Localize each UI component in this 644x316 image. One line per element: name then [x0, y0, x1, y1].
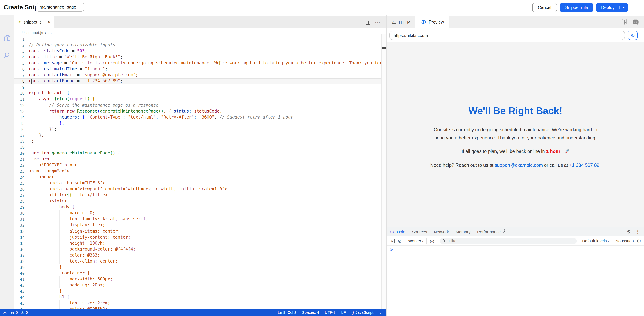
notifications-bell-icon[interactable]: [379, 310, 383, 315]
code-line[interactable]: 31 font-family: Arial, sans-serif;: [14, 216, 381, 222]
line-number: 38: [14, 258, 29, 264]
preview-pane-icons: [621, 17, 644, 29]
code-line[interactable]: 4const title = "We'll Be Right Back!";: [14, 54, 381, 60]
eol-setting[interactable]: LF: [341, 310, 346, 314]
tab-snippet-js[interactable]: JS snippet.js ×: [14, 17, 54, 29]
devtools-tab-sources[interactable]: Sources: [409, 227, 430, 236]
code-line[interactable]: 35 height: 100vh;: [14, 240, 381, 246]
code-line[interactable]: 39 }: [14, 264, 381, 270]
code-line[interactable]: 12 // Serve the maintenance page as a re…: [14, 102, 381, 108]
code-line[interactable]: 34 justify-content: center;: [14, 234, 381, 240]
code-line[interactable]: 13 return new Response(generateMaintenan…: [14, 108, 381, 114]
encoding-setting[interactable]: UTF-8: [325, 310, 336, 314]
snippet-name-input[interactable]: [36, 3, 84, 12]
code-line[interactable]: 37 color: #333;: [14, 252, 381, 258]
code-line[interactable]: 9: [14, 84, 381, 90]
devtools-tab-performance[interactable]: Performance: [474, 227, 510, 236]
editor-scrollbar[interactable]: [381, 35, 386, 309]
code-line[interactable]: 43 }: [14, 288, 381, 294]
code-line[interactable]: 10export default {: [14, 90, 381, 96]
console-filter-input[interactable]: Filter: [439, 238, 577, 244]
code-line[interactable]: 36 background-color: #f4f4f4;: [14, 246, 381, 252]
code-editor[interactable]: 12// Define your customizable inputs3con…: [14, 36, 381, 309]
code-line[interactable]: 45 font-size: 2rem;: [14, 300, 381, 306]
code-line[interactable]: 24 <head>: [14, 174, 381, 180]
code-line[interactable]: 16 });: [14, 126, 381, 132]
deploy-button-label[interactable]: Deploy: [596, 5, 619, 10]
problems-indicator[interactable]: ⊗ 0 ⚠ 0: [11, 310, 28, 315]
live-expression-eye-icon[interactable]: ◎: [430, 238, 434, 244]
clear-console-icon[interactable]: ⊘: [398, 238, 402, 244]
code-line[interactable]: 29 body {: [14, 204, 381, 210]
code-line[interactable]: 38 text-align: center;: [14, 258, 381, 264]
code-line[interactable]: 46 color: #0056b3;: [14, 306, 381, 309]
code-line[interactable]: 8const contactPhone = "+1 234 567 89";: [14, 78, 381, 84]
line-number: 11: [14, 96, 29, 102]
cancel-button[interactable]: Cancel: [532, 3, 557, 12]
support-email-link[interactable]: support@example.com: [495, 163, 543, 168]
code-line[interactable]: 41 max-width: 600px;: [14, 276, 381, 282]
discord-icon[interactable]: [632, 19, 639, 26]
files-icon[interactable]: [4, 35, 10, 43]
code-line[interactable]: 11 async fetch(request) {: [14, 96, 381, 102]
log-levels-dropdown[interactable]: Default levels▾: [582, 239, 609, 243]
code-line[interactable]: 27 <title>${title}</title>: [14, 192, 381, 198]
code-line[interactable]: 15 },: [14, 120, 381, 126]
deploy-button[interactable]: Deploy ▾: [596, 3, 628, 12]
devtools-tab-network[interactable]: Network: [430, 227, 452, 236]
more-actions-icon[interactable]: ···: [375, 20, 380, 25]
code-line[interactable]: 3const statusCode = 503;: [14, 48, 381, 54]
code-line[interactable]: 7const contactEmail = "support@example.c…: [14, 72, 381, 78]
tab-preview[interactable]: Preview: [415, 17, 449, 29]
code-line[interactable]: 30 margin: 0;: [14, 210, 381, 216]
split-editor-icon[interactable]: [366, 20, 370, 25]
code-line[interactable]: 19: [14, 144, 381, 150]
devtools-tab-console[interactable]: Console: [387, 227, 409, 236]
code-line[interactable]: 17 },: [14, 132, 381, 138]
line-number: 9: [14, 84, 29, 90]
code-line[interactable]: 14 headers: { "Content-Type": "text/html…: [14, 114, 381, 120]
code-line[interactable]: 28 <style>: [14, 198, 381, 204]
issues-counter[interactable]: No Issues: [616, 239, 634, 243]
docs-book-icon[interactable]: [621, 20, 628, 26]
kebab-menu-icon[interactable]: ⋮: [636, 229, 640, 234]
code-line[interactable]: 26 <meta name="viewport" content="width=…: [14, 186, 381, 192]
code-line[interactable]: 40 .container {: [14, 270, 381, 276]
filter-placeholder: Filter: [449, 239, 458, 243]
console-body[interactable]: >: [387, 246, 644, 254]
code-line[interactable]: 32 display: flex;: [14, 222, 381, 228]
console-prompt-row[interactable]: >: [387, 246, 644, 254]
code-line[interactable]: 20function generateMaintenancePage() {: [14, 150, 381, 156]
code-line[interactable]: 21 return `: [14, 156, 381, 162]
close-tab-icon[interactable]: ×: [48, 20, 50, 25]
cursor-position[interactable]: Ln 8, Col 2: [278, 310, 296, 314]
indentation-setting[interactable]: Spaces: 4: [302, 310, 319, 314]
search-icon[interactable]: [4, 52, 10, 60]
code-line[interactable]: 18};: [14, 138, 381, 144]
console-sidebar-toggle-icon[interactable]: ▶: [390, 238, 395, 243]
devtools-tab-memory[interactable]: Memory: [452, 227, 474, 236]
code-line[interactable]: 44 h1 {: [14, 294, 381, 300]
code-line[interactable]: 25 <meta charset="UTF-8">: [14, 180, 381, 186]
tab-http[interactable]: ⇆ HTTP: [387, 17, 415, 29]
code-line[interactable]: 42 padding: 20px;: [14, 282, 381, 288]
console-settings-gear-icon[interactable]: ⚙: [637, 238, 641, 244]
breadcrumb-file[interactable]: snippet.js: [26, 30, 43, 35]
code-line[interactable]: 6const estimatedTime = "1 hour";: [14, 66, 381, 72]
language-mode[interactable]: {} JavaScript: [351, 310, 374, 314]
code-line[interactable]: 23<html lang="en">: [14, 168, 381, 174]
code-line[interactable]: 33 align-items: center;: [14, 228, 381, 234]
preview-url-input[interactable]: [390, 31, 625, 40]
devtools-settings-gear-icon[interactable]: ⚙: [626, 229, 631, 234]
deploy-dropdown-caret-icon[interactable]: ▾: [619, 6, 628, 9]
breadcrumb-more[interactable]: …: [48, 30, 52, 35]
remote-indicator-icon[interactable]: ><: [3, 310, 6, 314]
context-selector[interactable]: Worker▾: [408, 239, 424, 243]
snippet-rule-button[interactable]: Snippet rule: [560, 3, 593, 12]
code-line[interactable]: 22 <!DOCTYPE html>: [14, 162, 381, 168]
code-line[interactable]: 2// Define your customizable inputs: [14, 42, 381, 48]
refresh-button[interactable]: ↻: [628, 31, 638, 40]
code-line[interactable]: 1: [14, 36, 381, 42]
code-line[interactable]: 5const message = "Our site is currently …: [14, 60, 381, 66]
phone-link[interactable]: +1 234 567 89: [569, 163, 599, 168]
